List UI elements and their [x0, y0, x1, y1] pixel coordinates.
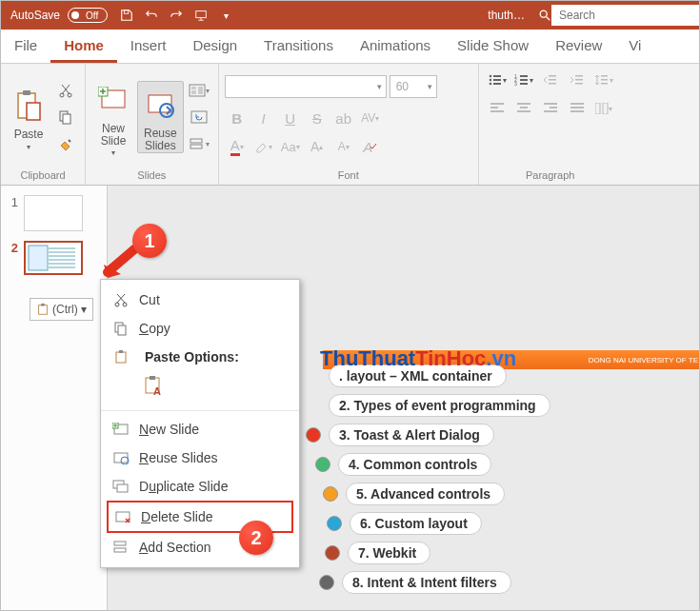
- new-slide-button[interactable]: New Slide ▾: [91, 77, 135, 157]
- search-icon: [538, 5, 551, 26]
- svg-rect-9: [63, 114, 70, 124]
- paste-options-chip[interactable]: (Ctrl) ▾: [30, 298, 93, 321]
- shadow-button[interactable]: ab: [331, 106, 356, 130]
- svg-rect-81: [114, 542, 126, 545]
- decrease-indent-button[interactable]: [538, 68, 563, 92]
- format-painter-button[interactable]: [54, 132, 77, 155]
- svg-rect-50: [544, 110, 557, 112]
- new-slide-icon: [112, 421, 130, 438]
- svg-rect-53: [570, 110, 584, 112]
- ribbon-tabs: File Home Insert Design Transitions Anim…: [1, 30, 699, 64]
- save-icon[interactable]: [119, 8, 134, 23]
- undo-icon[interactable]: [144, 8, 159, 23]
- increase-indent-button[interactable]: [565, 68, 590, 92]
- customize-qat-icon[interactable]: ▾: [218, 8, 233, 23]
- svg-text:A: A: [153, 385, 161, 397]
- font-size-combo[interactable]: 60▾: [390, 75, 437, 98]
- tab-slideshow[interactable]: Slide Show: [444, 30, 542, 63]
- numbering-button[interactable]: 123▾: [511, 68, 536, 92]
- list-item: 8. Intent & Intent filters: [319, 571, 550, 594]
- context-copy[interactable]: Copy: [101, 314, 299, 343]
- new-slide-icon: [98, 81, 129, 121]
- italic-button[interactable]: I: [251, 106, 276, 130]
- layout-button[interactable]: ▾: [188, 79, 210, 102]
- scissors-icon: [112, 291, 130, 308]
- svg-rect-24: [493, 79, 501, 81]
- context-duplicate-slide[interactable]: Duplicate Slide: [101, 472, 299, 501]
- tab-home[interactable]: Home: [50, 30, 117, 63]
- tab-insert[interactable]: Insert: [117, 30, 180, 63]
- group-clipboard: Paste ▾ Clipboard: [1, 64, 86, 185]
- tab-view[interactable]: Vi: [615, 30, 654, 63]
- copy-button[interactable]: [54, 106, 77, 128]
- context-cut[interactable]: Cut: [101, 286, 299, 314]
- reuse-slides-icon: [112, 449, 130, 466]
- duplicate-slide-icon: [112, 478, 130, 495]
- shrink-font-button[interactable]: A▾: [331, 134, 356, 159]
- group-slides: New Slide ▾ Reuse Slides ▾ ▾ Slides: [86, 64, 219, 185]
- svg-text:3: 3: [514, 81, 517, 87]
- redo-icon[interactable]: [169, 8, 184, 23]
- thumbnail-slide-1[interactable]: 1: [7, 195, 101, 231]
- spacing-button[interactable]: AV▾: [358, 106, 383, 130]
- svg-rect-63: [39, 306, 48, 315]
- search-input[interactable]: [551, 8, 700, 23]
- paste-keep-formatting-icon: A: [143, 375, 166, 398]
- reuse-slides-button[interactable]: Reuse Slides: [137, 81, 184, 153]
- columns-button[interactable]: ▾: [591, 96, 616, 121]
- grow-font-button[interactable]: A▴: [305, 134, 330, 159]
- svg-rect-26: [493, 83, 501, 85]
- context-paste-options-label: Paste Options:: [101, 343, 299, 371]
- svg-point-2: [540, 10, 547, 17]
- svg-rect-32: [520, 83, 528, 85]
- autosave-label: AutoSave: [10, 9, 60, 22]
- paste-option-keep-source[interactable]: A: [101, 371, 299, 406]
- change-case-button[interactable]: Aa▾: [278, 134, 303, 159]
- thumbnail-slide-2[interactable]: 2: [7, 241, 101, 275]
- section-button[interactable]: ▾: [188, 132, 210, 155]
- start-slideshow-icon[interactable]: [193, 8, 209, 23]
- svg-rect-54: [595, 103, 600, 114]
- tab-transitions[interactable]: Transitions: [250, 30, 347, 63]
- justify-button[interactable]: [565, 96, 590, 121]
- search-box[interactable]: [538, 5, 700, 26]
- highlight-button[interactable]: ▾: [251, 134, 276, 159]
- align-center-button[interactable]: [511, 96, 536, 121]
- autosave-toggle[interactable]: Off: [68, 8, 108, 23]
- bullets-button[interactable]: ▾: [485, 68, 510, 92]
- svg-rect-68: [118, 325, 126, 335]
- cut-button[interactable]: [54, 79, 77, 102]
- svg-rect-34: [549, 79, 556, 81]
- align-right-button[interactable]: [538, 96, 563, 121]
- svg-rect-35: [549, 83, 556, 85]
- svg-rect-16: [191, 90, 196, 94]
- svg-rect-42: [490, 103, 504, 105]
- svg-rect-44: [490, 110, 504, 112]
- bold-button[interactable]: B: [225, 106, 250, 130]
- quick-access-toolbar: ▾: [119, 8, 233, 23]
- reset-button[interactable]: [188, 106, 210, 128]
- svg-rect-70: [119, 350, 123, 353]
- align-left-button[interactable]: [485, 96, 510, 121]
- context-reuse-slides[interactable]: Reuse Slides: [101, 443, 299, 472]
- tab-design[interactable]: Design: [179, 30, 250, 63]
- strike-button[interactable]: S: [305, 106, 330, 130]
- svg-rect-20: [190, 145, 202, 148]
- paste-button[interactable]: Paste ▾: [7, 83, 50, 150]
- clipboard-paste-icon: [14, 87, 43, 127]
- font-family-combo[interactable]: ▾: [225, 75, 387, 98]
- svg-point-21: [489, 75, 491, 78]
- line-spacing-button[interactable]: ▾: [591, 68, 616, 92]
- underline-button[interactable]: U: [278, 106, 303, 130]
- tab-file[interactable]: File: [1, 30, 50, 63]
- font-color-button[interactable]: A▾: [225, 134, 250, 159]
- tab-animations[interactable]: Animations: [347, 30, 444, 63]
- paste-icon: [112, 348, 130, 365]
- svg-rect-37: [575, 79, 583, 81]
- clear-format-button[interactable]: A: [358, 134, 383, 159]
- tab-review[interactable]: Review: [542, 30, 615, 63]
- callout-1: 1: [132, 224, 167, 258]
- context-new-slide[interactable]: New Slide: [101, 415, 299, 443]
- svg-rect-33: [549, 75, 556, 77]
- callout-2: 2: [239, 521, 273, 555]
